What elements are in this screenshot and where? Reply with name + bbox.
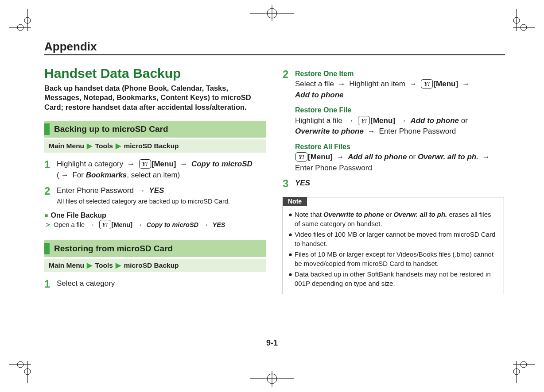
text: Enter Phone Password: [295, 164, 372, 172]
menu-label: [Menu]: [112, 221, 133, 228]
triangle-icon: ▶: [115, 142, 122, 150]
text: Select a category: [57, 279, 115, 288]
text: , select an item): [127, 171, 180, 179]
restore-step-3: 3 YES: [283, 178, 504, 189]
subheading-restore-text: Restoring from microSD Card: [54, 243, 173, 254]
bullet-icon: ●: [288, 250, 295, 268]
chapter-title: Appendix: [44, 40, 505, 55]
overwrite-to-phone: Overwrite to phone: [323, 211, 384, 218]
restore-one-item-title: Restore One Item: [295, 69, 492, 79]
text: Enter Phone Password: [379, 127, 456, 135]
backup-step-1: 1 Highlight a category → Y![Menu] → Copy…: [44, 159, 266, 181]
arrow-icon: →: [334, 153, 346, 161]
note-item: Video files of 100 MB or larger cannot b…: [295, 230, 498, 248]
square-icon: ■: [44, 212, 51, 219]
add-to-phone: Add to phone: [410, 116, 459, 125]
restore-one-file-title: Restore One File: [295, 105, 492, 115]
overwr-all-to-ph: Overwr. all to ph.: [418, 153, 478, 161]
arrow-icon: →: [345, 116, 356, 125]
section-title: Handset Data Backup: [44, 66, 266, 81]
y-key-icon: Y!: [358, 116, 370, 125]
page-content: Appendix Handset Data Backup Back up han…: [44, 40, 505, 294]
bullet-icon: ●: [288, 269, 295, 288]
crumb-tools: Tools: [95, 261, 113, 269]
y-key-icon: Y!: [421, 79, 433, 88]
arrow-icon: →: [178, 160, 189, 168]
subheading-backup-text: Backing up to microSD Card: [54, 123, 168, 135]
breadcrumb-restore: Main Menu ▶ Tools ▶ microSD Backup: [44, 259, 266, 272]
note-label: Note: [283, 197, 307, 206]
breadcrumb-backup: Main Menu ▶ Tools ▶ microSD Backup: [44, 139, 266, 153]
text: Highlight a category: [57, 160, 123, 168]
bullet-icon: ●: [288, 210, 295, 228]
arrow-icon: →: [460, 80, 471, 88]
y-key-icon: Y!: [139, 159, 151, 169]
note-item: Data backed up in other SoftBank handset…: [295, 269, 498, 288]
overwrite-to-phone: Overwrite to phone: [295, 127, 364, 135]
restore-all-files-title: Restore All Files: [295, 142, 492, 152]
menu-label: [Menu]: [433, 80, 458, 88]
note-item: Note that Overwrite to phone or Overwr. …: [295, 210, 498, 228]
backup-step-2: 2 Enter Phone Password → YES All files o…: [44, 185, 266, 207]
one-file-title: One File Backup: [51, 211, 106, 219]
section-intro: Back up handset data (Phone Book, Calend…: [44, 84, 266, 112]
note-item: Files of 10 MB or larger except for Vide…: [295, 250, 498, 268]
add-to-phone: Add to phone: [295, 91, 344, 99]
arrow-icon: →: [136, 186, 147, 195]
y-key-icon: Y!: [295, 152, 307, 161]
arrow-icon: →: [125, 160, 136, 168]
text: Highlight a file: [295, 116, 342, 125]
arrow-icon: →: [201, 221, 211, 228]
copy-to-microsd: Copy to microSD: [191, 160, 253, 168]
chevron-icon: ＞: [44, 220, 54, 229]
text: Open a file: [54, 221, 85, 228]
crumb-main: Main Menu: [49, 142, 84, 150]
crumb-microsd: microSD Backup: [124, 261, 179, 269]
left-column: Handset Data Backup Back up handset data…: [44, 66, 266, 294]
arrow-icon: →: [336, 80, 347, 88]
text: Highlight an item: [349, 80, 405, 88]
copy-to-microsd: Copy to microSD: [146, 221, 198, 228]
menu-label: [Menu]: [152, 160, 176, 168]
menu-label: [Menu]: [370, 116, 395, 125]
restore-step-2: 2 Restore One Item Select a file → Highl…: [283, 69, 504, 173]
page-number: 9-1: [0, 338, 544, 348]
overwr-all-to-ph: Overwr. all to ph.: [393, 211, 447, 218]
y-key-icon: Y!: [99, 220, 111, 229]
menu-label: [Menu]: [308, 153, 333, 161]
restore-step-1: 1 Select a category: [44, 278, 266, 290]
crumb-microsd: microSD Backup: [124, 142, 179, 150]
triangle-icon: ▶: [115, 261, 122, 269]
triangle-icon: ▶: [86, 142, 93, 150]
arrow-icon: →: [59, 171, 70, 179]
triangle-icon: ▶: [86, 261, 93, 269]
subheading-backup: Backing up to microSD Card: [44, 121, 266, 138]
yes-label: YES: [213, 221, 225, 228]
subheading-restore: Restoring from microSD Card: [44, 240, 266, 257]
yes-label: YES: [149, 186, 164, 195]
text: (: [57, 171, 59, 179]
right-column: 2 Restore One Item Select a file → Highl…: [283, 66, 504, 294]
text: Note that: [295, 211, 323, 218]
text: or: [384, 211, 394, 218]
arrow-icon: →: [135, 221, 145, 228]
arrow-icon: →: [408, 80, 419, 88]
crumb-main: Main Menu: [49, 261, 84, 269]
backup-step-2-sub: All files of selected category are backe…: [57, 198, 230, 205]
bookmarks-label: Bookmarks: [86, 171, 127, 179]
text: or: [407, 153, 418, 161]
text: or: [459, 116, 468, 125]
crumb-tools: Tools: [95, 142, 113, 150]
text: Select a file: [295, 80, 334, 88]
arrow-icon: →: [366, 127, 377, 135]
arrow-icon: →: [397, 116, 408, 125]
text: Enter Phone Password: [57, 186, 134, 195]
add-all-to-phone: Add all to phone: [348, 153, 407, 161]
yes-label: YES: [295, 179, 310, 187]
arrow-icon: →: [481, 153, 492, 161]
one-file-backup: ■One File Backup ＞Open a file → Y![Menu]…: [44, 211, 266, 230]
bullet-icon: ●: [288, 230, 295, 248]
note-box: Note ● Note that Overwrite to phone or O…: [283, 197, 504, 294]
text: For: [70, 171, 86, 179]
arrow-icon: →: [87, 221, 97, 228]
